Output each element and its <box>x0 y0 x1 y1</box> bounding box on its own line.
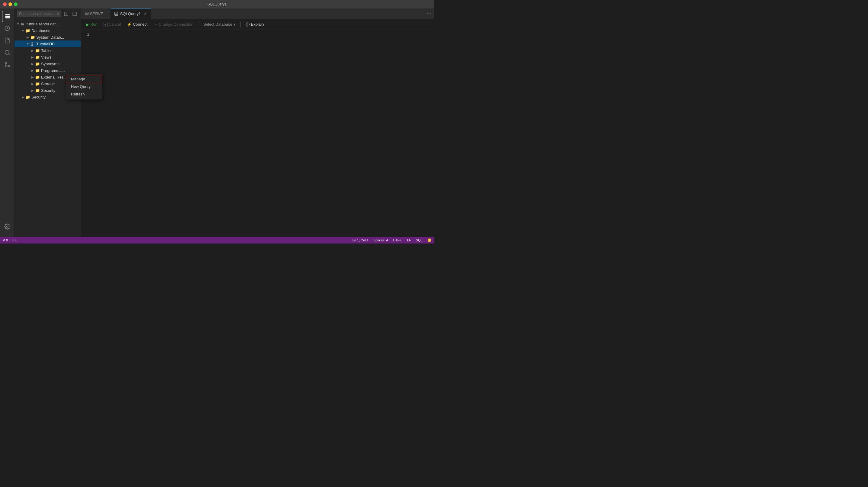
tab-more-button[interactable]: ··· <box>424 11 434 16</box>
warning-icon: ⚠ <box>11 238 14 242</box>
minimize-button[interactable] <box>8 2 12 6</box>
folder-icon: 📁 <box>35 75 40 80</box>
views-chevron-icon: ▶ <box>30 56 35 59</box>
tutorialdb-chevron-icon: ▼ <box>25 42 30 45</box>
maximize-button[interactable] <box>14 2 18 6</box>
status-language[interactable]: SQL <box>416 238 423 242</box>
svg-rect-2 <box>5 17 10 18</box>
change-connection-button[interactable]: ↔ Change Connection <box>151 21 196 28</box>
storage-chevron-icon: ▶ <box>30 82 35 86</box>
activity-settings[interactable] <box>2 221 13 232</box>
tab-close-icon[interactable]: ✕ <box>143 11 147 16</box>
programmability-chevron-icon: ▶ <box>30 69 35 72</box>
activity-history[interactable] <box>2 23 13 34</box>
tree-tutorialdb[interactable]: ▼ 🗄 TutorialDB <box>14 40 81 47</box>
tree-container: ▼ 🖥 tutorialserver.dat... ▼ 📁 Databases … <box>14 19 81 237</box>
database-icon: 🗄 <box>30 42 35 46</box>
context-menu-refresh[interactable]: Refresh <box>66 90 102 98</box>
add-connection-icon[interactable] <box>63 10 70 18</box>
connect-button[interactable]: ⚡ Connect <box>124 21 150 28</box>
tree-views[interactable]: ▶ 📁 Views <box>14 54 81 60</box>
toolbar-separator-2 <box>240 22 241 28</box>
folder-icon: 📁 <box>35 82 40 86</box>
svg-point-4 <box>5 51 9 54</box>
tree-tables[interactable]: ▶ 📁 Tables <box>14 47 81 54</box>
tree-synonyms[interactable]: ▶ 📁 Synonyms <box>14 60 81 67</box>
synonyms-label: Synonyms <box>41 62 60 66</box>
databases-label: Databases <box>31 28 50 33</box>
activity-bar <box>0 8 14 237</box>
remove-connection-icon[interactable] <box>71 10 78 18</box>
run-icon: ▶ <box>86 22 89 27</box>
activity-search[interactable] <box>2 47 13 58</box>
status-spaces[interactable]: Spaces: 4 <box>373 238 388 242</box>
svg-point-8 <box>6 226 8 227</box>
close-button[interactable] <box>3 2 7 6</box>
select-database-dropdown[interactable]: Select Database ▾ <box>201 21 238 28</box>
systemdb-chevron-icon: ▶ <box>25 36 30 39</box>
folder-icon: 📁 <box>25 95 30 99</box>
activity-servers[interactable] <box>2 11 13 22</box>
folder-icon: 📁 <box>35 88 40 93</box>
tab-sqlquery1[interactable]: SQLQuery1 ✕ <box>111 8 152 19</box>
cancel-button[interactable]: ■ Cancel <box>101 21 123 28</box>
tree-system-db[interactable]: ▶ 📁 System Datab... <box>14 34 81 40</box>
tree-databases[interactable]: ▼ 📁 Databases <box>14 27 81 34</box>
svg-point-17 <box>115 12 118 13</box>
security-top-label: Security <box>31 95 45 99</box>
editor-content[interactable] <box>93 30 434 237</box>
connect-icon: ⚡ <box>127 22 132 27</box>
toolbar: ▶ Run ■ Cancel ⚡ Connect ↔ Change Connec… <box>81 19 434 30</box>
sidebar-header: Search server names ✕ <box>14 8 81 19</box>
folder-icon: 📁 <box>30 35 35 39</box>
status-bar: ✕ 0 ⚠ 0 Ln 1, Col 1 Spaces: 4 UTF-8 LF S… <box>0 237 434 243</box>
server-tab-label: SERVE... <box>90 11 106 16</box>
status-errors[interactable]: ✕ 0 <box>2 238 8 242</box>
svg-rect-0 <box>5 14 10 15</box>
change-connection-icon: ↔ <box>153 22 157 27</box>
search-clear-icon[interactable]: ✕ <box>57 12 59 16</box>
svg-rect-14 <box>85 12 89 13</box>
status-left: ✕ 0 ⚠ 0 <box>2 238 17 242</box>
svg-rect-15 <box>85 13 89 14</box>
svg-rect-1 <box>5 16 10 17</box>
activity-git[interactable] <box>2 59 13 70</box>
security-db-label: Security <box>41 88 55 93</box>
traffic-lights <box>3 2 18 6</box>
tab-sqlquery1-label: SQLQuery1 <box>120 11 141 16</box>
activity-new-file[interactable] <box>2 35 13 46</box>
views-label: Views <box>41 55 51 60</box>
line-number: 1 <box>81 32 89 37</box>
svg-line-5 <box>8 54 9 55</box>
explain-button[interactable]: Explain <box>243 21 267 28</box>
status-warnings[interactable]: ⚠ 0 <box>11 238 17 242</box>
status-line-col[interactable]: Ln 1, Col 1 <box>352 238 369 242</box>
cancel-icon: ■ <box>103 22 107 27</box>
context-menu-new-query[interactable]: New Query <box>66 83 102 90</box>
run-button[interactable]: ▶ Run <box>83 21 100 28</box>
folder-icon: 📁 <box>35 48 40 53</box>
server-tab[interactable]: SERVE... <box>81 8 111 19</box>
external-label: External Res... <box>41 75 67 80</box>
tables-label: Tables <box>41 48 53 53</box>
folder-icon: 📁 <box>35 55 40 60</box>
error-icon: ✕ <box>2 238 5 242</box>
databases-chevron-icon: ▼ <box>21 29 25 32</box>
window-title: SQLQuery1 <box>208 2 226 6</box>
security-top-chevron-icon: ▶ <box>21 95 25 99</box>
status-encoding[interactable]: UTF-8 <box>393 238 402 242</box>
status-smiley[interactable]: 😊 <box>427 238 432 242</box>
tree-programmability[interactable]: ▶ 📁 Programma... <box>14 67 81 74</box>
status-line-ending[interactable]: LF <box>407 238 411 242</box>
folder-icon: 📁 <box>35 68 40 73</box>
synonyms-chevron-icon: ▶ <box>30 62 35 66</box>
tree-server[interactable]: ▼ 🖥 tutorialserver.dat... <box>14 21 81 27</box>
dropdown-chevron-icon: ▾ <box>234 22 236 27</box>
search-input[interactable]: Search server names ✕ <box>17 10 61 17</box>
server-label: tutorialserver.dat... <box>27 22 59 26</box>
tab-bar: SERVE... SQLQuery1 ✕ ··· <box>81 8 434 19</box>
svg-point-7 <box>5 63 6 64</box>
svg-point-6 <box>8 66 9 67</box>
context-menu-manage[interactable]: Manage <box>66 75 102 83</box>
storage-label: Storage <box>41 82 55 86</box>
